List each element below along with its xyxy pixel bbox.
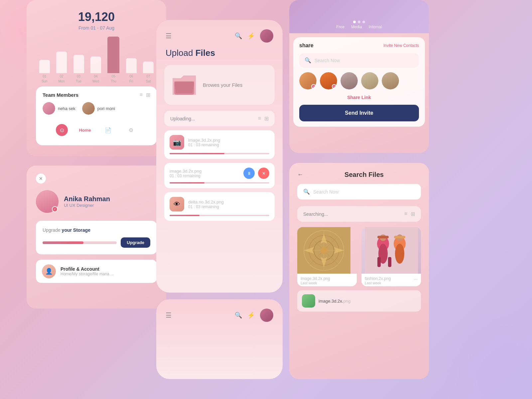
- avatar-img-3: [340, 72, 358, 89]
- send-invite-button[interactable]: Send Invite: [299, 105, 419, 121]
- file-item-2: image.3d.2x.png 01 : 03 remaining ⏸ ✕: [164, 163, 275, 188]
- member-img-2: [82, 102, 95, 115]
- avatar-check-2: ✓: [332, 84, 336, 89]
- share-avatar-4[interactable]: [361, 72, 378, 89]
- share-search-box[interactable]: 🔍 Search Now: [299, 53, 419, 67]
- share-avatars: ✓ ✓: [299, 72, 419, 89]
- team-header-icons: ≡ ⊞: [140, 92, 150, 98]
- folder-icon: [171, 71, 198, 98]
- menu2-icon[interactable]: ☰: [166, 311, 172, 319]
- small-result: image.3d.2x.png: [297, 290, 421, 312]
- file-name-wrap-1: image.3d.2x.png 01 : 03 remaining: [188, 138, 269, 147]
- share-avatar-5[interactable]: [382, 72, 399, 89]
- progress-bg-2: [170, 182, 269, 184]
- filter-icon[interactable]: ⚡: [247, 32, 255, 40]
- svg-rect-16: [365, 227, 418, 274]
- tab-internal[interactable]: Internal: [369, 25, 382, 29]
- storage-section: Upgrade your Storage Upgrade: [36, 221, 157, 254]
- progress-fill-2: [170, 182, 204, 184]
- share-title: share: [299, 43, 314, 49]
- file-name-1: image.3d.2x.png: [188, 138, 269, 143]
- bar-col-6: 06 Fri: [126, 58, 137, 83]
- share-link[interactable]: Share Link: [299, 95, 419, 100]
- progress-fill-3: [170, 215, 200, 216]
- uploading-bar: Uploading... ≡ ⊞: [164, 111, 275, 126]
- profile-role: UI UX Designer: [64, 203, 110, 208]
- search2-icon[interactable]: 🔍: [235, 312, 242, 319]
- search-icon[interactable]: 🔍: [235, 32, 242, 40]
- file-item-1: 📷 image.3d.2x.png 01 : 03 remaining: [164, 130, 275, 159]
- user-avatar: [260, 29, 273, 43]
- storage-bar-fill: [43, 241, 83, 244]
- progress-bg-3: [170, 215, 269, 216]
- fashion-art: [365, 227, 418, 274]
- grid-view-icon[interactable]: ⊞: [264, 115, 269, 122]
- list-view-icon[interactable]: ≡: [258, 115, 261, 122]
- tab-media[interactable]: Media: [351, 25, 362, 29]
- menu-icon[interactable]: ☰: [166, 32, 172, 40]
- filter2-icon[interactable]: ⚡: [247, 312, 255, 319]
- member-name-1: neha sek: [58, 106, 75, 111]
- back-button[interactable]: ←: [297, 171, 303, 178]
- bar-3: [73, 55, 84, 73]
- file-item-top-2: image.3d.2x.png 01 : 03 remaining ⏸ ✕: [170, 168, 269, 179]
- file-thumb-1: 📷: [170, 135, 184, 150]
- list-icon-search[interactable]: ≡: [404, 211, 407, 217]
- result-2-label: fashion.2x.png Last week ···: [361, 274, 421, 286]
- nav-file-btn[interactable]: 📄: [102, 124, 114, 136]
- result-2[interactable]: fashion.2x.png Last week ···: [361, 227, 421, 286]
- svg-point-22: [395, 244, 404, 264]
- profile-account[interactable]: 👤 Profile & Account Home/My storage/file…: [36, 260, 157, 283]
- bar-2: [56, 52, 67, 73]
- list-icon[interactable]: ≡: [140, 92, 143, 98]
- share-avatar-3[interactable]: [340, 72, 358, 89]
- file-name-wrap-2: image.3d.2x.png 01 : 03 remaining: [170, 169, 239, 178]
- file-item-top-3: 👁 delta.no.3d.2x.png 01 : 03 remaining: [170, 197, 269, 211]
- member-name-2: pori moni: [97, 106, 115, 111]
- upload2-header: ☰ 🔍 ⚡: [156, 299, 283, 327]
- bar-6: [126, 58, 137, 73]
- profile-text: Anika Rahman UI UX Designer: [64, 195, 110, 208]
- invite-new-contacts[interactable]: Invite New Contacts: [383, 43, 419, 48]
- upgrade-button[interactable]: Upgrade: [121, 237, 150, 248]
- file-name-2: image.3d.2x.png: [170, 169, 239, 174]
- file-time-3: 01 : 03 remaining: [188, 204, 269, 209]
- share-dots: [353, 21, 365, 23]
- share-avatar-1[interactable]: ✓: [299, 72, 317, 89]
- cancel-button[interactable]: ✕: [258, 168, 269, 179]
- nav-gear-btn[interactable]: ⚙: [125, 124, 137, 136]
- share-avatar-2[interactable]: ✓: [320, 72, 337, 89]
- upload-card-2: ☰ 🔍 ⚡: [156, 299, 283, 379]
- file-thumb-3: 👁: [170, 197, 184, 211]
- progress-fill-1: [170, 153, 224, 154]
- result-2-date: Last week: [365, 281, 391, 285]
- storage-bar-bg: [43, 241, 117, 244]
- upload-drop-zone[interactable]: Browes your Files: [164, 65, 275, 105]
- profile-info: ✓ Anika Rahman UI UX Designer: [36, 190, 157, 213]
- file-icon: 📄: [105, 127, 111, 133]
- close-button[interactable]: ✕: [36, 174, 46, 184]
- result-2-name: fashion.2x.png: [365, 276, 391, 281]
- browse-text: Browes your Files: [203, 82, 242, 88]
- file-name-3: delta.no.3d.2x.png: [188, 200, 269, 204]
- file-name-wrap-3: delta.no.3d.2x.png 01 : 03 remaining: [188, 200, 269, 209]
- home-icon: ⊙: [60, 127, 64, 133]
- searching-icons: ≡ ⊞: [404, 211, 415, 217]
- result-1[interactable]: image.3d.2x.png Last week: [297, 227, 357, 286]
- pause-button[interactable]: ⏸: [243, 168, 255, 179]
- bar-7: [143, 62, 154, 73]
- more-options-icon[interactable]: ···: [414, 276, 418, 282]
- bar-col-5: 05 Thu: [107, 37, 119, 83]
- share-search-placeholder: Search Now: [315, 58, 340, 63]
- tab-free[interactable]: Free: [336, 25, 344, 29]
- avatar-img-4: [361, 72, 378, 89]
- team-members-list: neha sek pori moni: [43, 102, 150, 115]
- search-input-box[interactable]: 🔍 Search Now: [297, 184, 421, 200]
- nav-home-btn[interactable]: ⊙: [56, 124, 68, 136]
- grid-icon-search[interactable]: ⊞: [411, 211, 415, 217]
- account-title: Profile & Account: [61, 266, 114, 272]
- member-1: neha sek: [43, 102, 75, 115]
- grid-icon[interactable]: ⊞: [146, 92, 150, 98]
- stats-number: 19,120: [36, 10, 157, 24]
- eye-icon: 👁: [170, 197, 184, 211]
